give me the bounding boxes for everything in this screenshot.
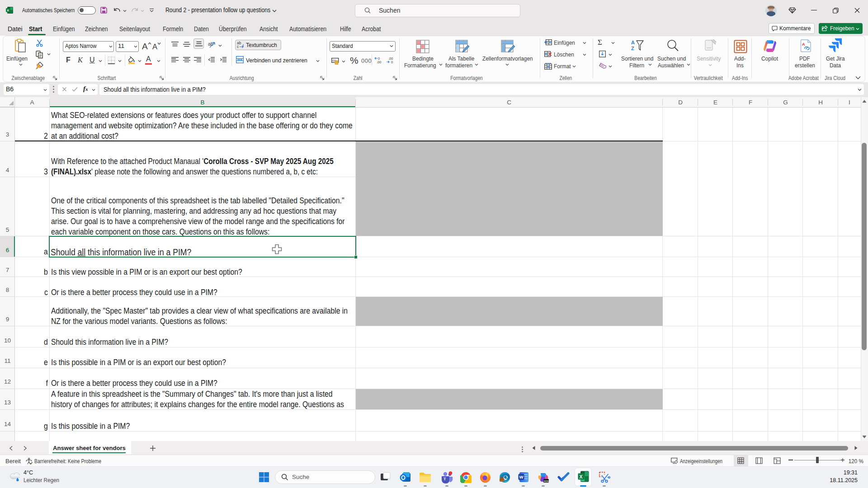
svg-text:Z: Z xyxy=(631,46,634,51)
svg-text:.00: .00 xyxy=(377,60,381,64)
svg-text:W: W xyxy=(519,474,524,479)
svg-text:A: A xyxy=(802,42,805,47)
svg-text:0: 0 xyxy=(391,60,393,64)
svg-text:T: T xyxy=(443,477,446,481)
svg-text:M365: M365 xyxy=(544,480,549,483)
svg-text:X: X xyxy=(580,474,583,479)
svg-text:ab: ab xyxy=(208,41,213,47)
svg-text:A: A xyxy=(631,40,635,45)
svg-text:x: x xyxy=(7,8,9,12)
